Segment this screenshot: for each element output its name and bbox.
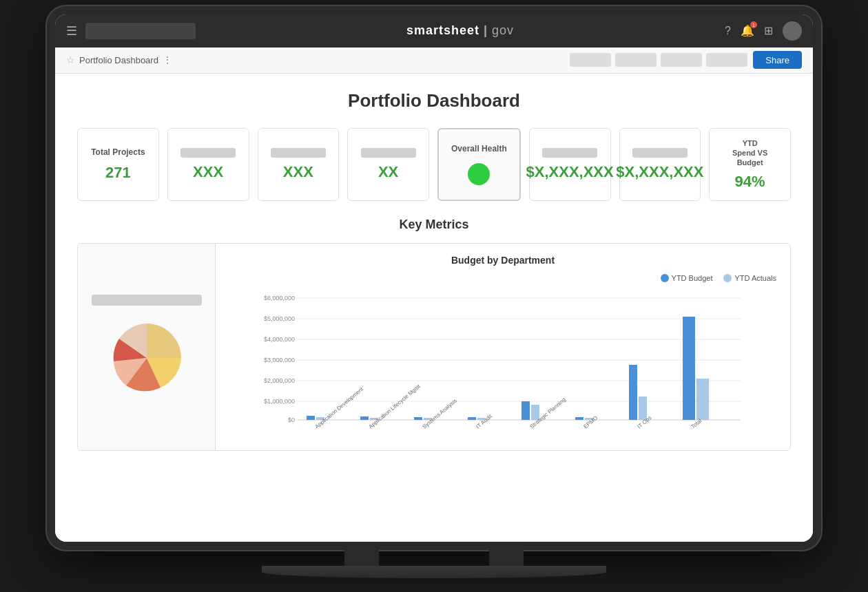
stand-neck-right [489,542,524,566]
pie-slice-1 [147,324,181,358]
topbar: ☰ smartsheet | gov ? 🔔 1 ⊞ [55,14,813,47]
stand-neck [344,542,524,566]
metric-value-ytd-budget: 94% [735,173,765,191]
metric-card-overall-health: Overall Health [437,128,521,202]
metric-placeholder-2 [271,148,326,158]
app-title-main: smartsheet [406,23,479,37]
search-bar[interactable] [85,23,196,39]
y-label-2m: $2,000,000 [264,377,295,384]
app-title-sep: | [479,23,492,37]
bar-sp-budget [521,401,530,420]
dashboard-title: Portfolio Dashboard [77,90,791,112]
stand-base [262,566,606,578]
tab-placeholder-2 [615,53,657,67]
avatar[interactable] [783,21,802,41]
health-indicator [468,163,490,185]
bar-chart-svg: $6,000,000 $5,000,000 $4,000,000 $3,000,… [229,288,776,439]
breadcrumb: ☆ Portfolio Dashboard ⋮ [66,54,564,65]
breadcrumb-text: Portfolio Dashboard [79,55,158,65]
chart-left-panel [78,244,216,450]
x-label-itaudit: IT Audit [475,413,494,430]
x-label-sa: Systems Analysis [422,398,458,430]
metric-card-spend2: $X,XXX,XXX [619,128,701,202]
bar-chart-area: $6,000,000 $5,000,000 $4,000,000 $3,000,… [229,288,776,439]
metric-placeholder-5 [632,148,688,158]
y-label-1m: $1,000,000 [264,398,295,405]
tab-placeholder-3 [661,53,702,67]
metrics-row: Total Projects 271 XXX XXX XX [77,128,791,202]
legend-dot-budget [661,274,669,282]
x-label-appdev: Application Development [314,386,365,430]
metric-placeholder-3 [361,148,416,158]
tab-placeholder-4 [706,53,747,67]
chart-title: Budget by Department [229,255,776,266]
pie-chart [105,317,188,399]
bar-itops-budget [629,365,637,420]
bar-alm-budget [360,416,369,420]
metric-card-ytd-budget: YTD Spend VS Budget 94% [709,128,791,202]
hamburger-icon[interactable]: ☰ [66,23,77,39]
app-title: smartsheet | gov [406,23,514,38]
legend-dot-actuals [723,274,732,282]
metric-card-total-projects: Total Projects 271 [77,128,159,202]
grid-icon[interactable]: ⊞ [764,24,773,37]
metric-value-xxx1: XXX [193,163,223,181]
notification-badge: 1 [750,21,757,28]
metric-value-spend1: $X,XXX,XXX [526,163,614,181]
metric-value-spend2: $X,XXX,XXX [616,163,703,181]
legend-label-budget: YTD Budget [672,274,713,282]
y-label-5m: $5,000,000 [264,315,295,322]
bar-total-actuals [696,379,709,420]
metric-card-spend1: $X,XXX,XXX [529,128,611,202]
metric-value-xxx2: XXX [283,163,313,181]
x-label-alm: Application Lifecycle Mgmt [368,383,422,430]
bar-sa-budget [414,417,422,420]
metric-value-xx: XX [378,163,398,181]
action-button[interactable]: Share [753,51,802,69]
metric-card-xxx1: XXX [167,128,249,202]
metric-label-ytd-budget: YTD Spend VS Budget [722,138,778,168]
chart-right-panel: Budget by Department YTD Budget YTD Actu… [216,244,790,450]
x-label-epmo: EPMO [583,415,599,430]
tab-placeholder-1 [570,53,611,67]
more-options-icon[interactable]: ⋮ [163,54,172,65]
legend-item-budget: YTD Budget [661,274,713,282]
metric-placeholder-1 [180,148,236,158]
y-label-0: $0 [288,416,295,423]
metric-label-total-projects: Total Projects [91,147,145,158]
monitor-stand [55,542,813,578]
metric-card-xxx2: XXX [258,128,340,202]
favorite-icon[interactable]: ☆ [66,54,75,65]
app-title-gov: gov [492,23,514,37]
y-label-3m: $3,000,000 [264,357,295,363]
help-icon[interactable]: ? [725,25,731,37]
bar-epmo-budget [575,417,583,420]
metric-value-total-projects: 271 [105,164,131,182]
bar-appdev-budget [307,416,315,420]
legend-item-actuals: YTD Actuals [723,274,776,282]
topbar-left: ☰ [66,23,196,39]
tab-placeholders [570,53,747,67]
y-label-6m: $6,000,000 [264,295,295,302]
key-metrics-title: Key Metrics [77,218,791,232]
secondbar: ☆ Portfolio Dashboard ⋮ Share [55,47,813,74]
stand-neck-left [344,542,379,566]
notifications-icon[interactable]: 🔔 1 [741,24,754,37]
pie-chart-svg [105,317,188,399]
metric-card-xx: XX [347,128,429,202]
metric-placeholder-4 [542,148,597,158]
left-placeholder [92,295,202,306]
chart-section: Budget by Department YTD Budget YTD Actu… [77,243,791,451]
legend-label-actuals: YTD Actuals [734,274,776,282]
chart-legend: YTD Budget YTD Actuals [229,274,776,282]
bar-total-budget [683,317,695,420]
metric-label-overall-health: Overall Health [451,144,507,155]
y-label-4m: $4,000,000 [264,336,295,343]
bar-itaudit-budget [468,417,476,420]
main-content: Portfolio Dashboard Total Projects 271 X… [55,74,813,542]
topbar-right: ? 🔔 1 ⊞ [725,21,802,41]
